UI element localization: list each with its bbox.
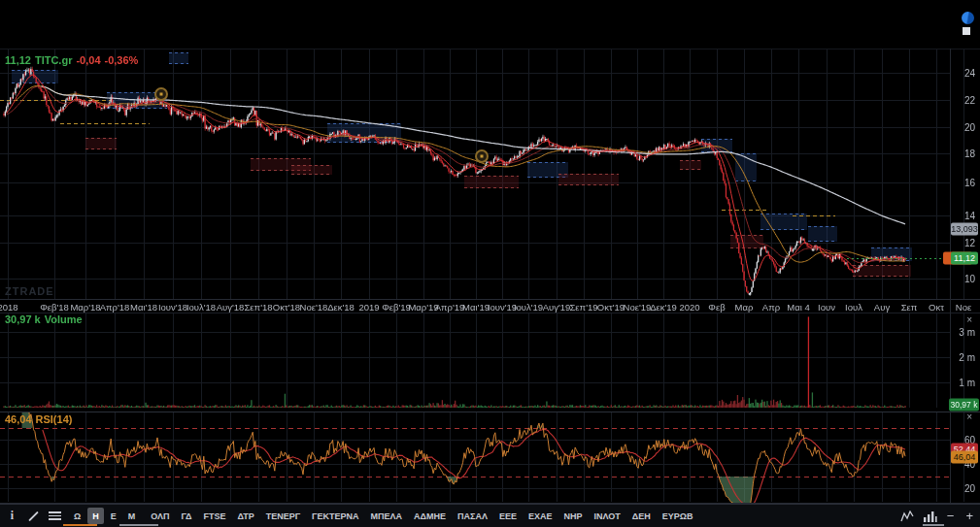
symbol-button[interactable]: ΙΝΛΟΤ — [589, 508, 625, 524]
price-tick: 10 — [964, 274, 975, 284]
active-underline-gray — [119, 524, 158, 526]
volume-tick: 2 m — [959, 352, 975, 363]
time-axis-label: Αυγ'19 — [543, 302, 571, 313]
time-axis-label: Αυγ — [874, 302, 890, 313]
price-tick: 20 — [964, 122, 975, 133]
pencil-icon — [28, 511, 39, 521]
volume-value: 30,97 k — [5, 313, 41, 325]
volume-label: Volume — [45, 313, 83, 325]
time-axis-label: Ιουλ — [845, 302, 862, 313]
rsi-label: RSI(14) — [36, 413, 73, 425]
time-axis-label: 2019 — [358, 302, 379, 313]
time-axis-label: Μαι'19 — [462, 302, 490, 313]
volume-legend: 30,97 kVolume — [5, 313, 86, 325]
symbol-button[interactable]: FTSE — [198, 508, 230, 524]
symbol-button[interactable]: ΟΛΠ — [146, 508, 174, 524]
zoom-out-button[interactable]: − — [944, 509, 958, 523]
time-axis-label: Ιουλ'18 — [186, 302, 216, 313]
line-chart-icon[interactable] — [899, 508, 916, 524]
symbol-button[interactable]: ΓΔ — [177, 508, 197, 524]
timeframe-group: ΩΗΕΜ — [69, 508, 140, 524]
toolbar-right-group: − + — [899, 508, 976, 524]
time-axis-label: Μαρ'18 — [70, 302, 100, 313]
time-axis-label: Δεκ'18 — [327, 302, 355, 313]
price-tick: 18 — [964, 148, 975, 159]
time-axis-label: Μαρ — [735, 302, 754, 313]
time-axis-label: Νοε'18 — [300, 302, 328, 313]
time-axis-label: Απρ'18 — [100, 302, 130, 313]
change-value: -0,04 — [76, 54, 100, 66]
change-percent-value: -0,36% — [105, 54, 139, 66]
symbol-button[interactable]: ΓΕΚΤΕΡΝΑ — [307, 508, 363, 524]
sync-status-icon[interactable] — [962, 12, 974, 24]
rsi-legend: 46,04RSI(14) — [5, 413, 76, 425]
time-axis-label: 2020 — [679, 302, 699, 313]
active-underline-orange — [63, 524, 97, 526]
price-tick: 24 — [964, 68, 975, 79]
toolbar-tools-group: i — [0, 508, 69, 524]
bar-chart-icon[interactable] — [922, 508, 938, 524]
time-axis-label: Οκτ'18 — [273, 302, 300, 313]
time-axis-label: Οκτ'19 — [597, 302, 625, 313]
trading-app-window: 11,12TITC.gr-0,04-0,36% ZTRADE 30,97 kVo… — [0, 0, 980, 527]
time-axis-label: Μαι'18 — [130, 302, 157, 313]
time-axis-label: Απρ — [762, 302, 780, 313]
time-axis-label: Φεβ — [708, 302, 725, 313]
symbol-button[interactable]: ΔΕΗ — [627, 508, 656, 524]
symbol-button[interactable]: ΜΠΕΛΑ — [366, 508, 408, 524]
scroll-top-icon[interactable] — [963, 27, 970, 35]
symbol-label: TITC.gr — [35, 54, 73, 66]
rsi-tick: 20 — [964, 483, 975, 494]
volume-tick: 3 m — [959, 327, 975, 338]
main-chart-legend: 11,12TITC.gr-0,04-0,36% — [5, 54, 142, 66]
time-axis-label: Μαι 4 — [787, 302, 809, 313]
symbol-group: ΟΛΠΓΔFTSEΔΤΡΤΕΝΕΡΓΓΕΚΤΕΡΝΑΜΠΕΛΑΑΔΜΗΕΠΑΣΑ… — [146, 508, 697, 524]
volume-badge: 30,97 k — [949, 399, 979, 412]
rsi-value-badge: 46,04 — [951, 451, 978, 464]
zoom-in-button[interactable]: + — [963, 509, 976, 523]
time-axis-label: Απρ'19 — [435, 302, 465, 313]
symbol-button[interactable]: ΔΤΡ — [232, 508, 258, 524]
symbol-button[interactable]: ΕΕΕ — [494, 508, 522, 524]
symbol-button[interactable]: ΕΧΑΕ — [524, 508, 558, 524]
timeframe-button[interactable]: Η — [87, 508, 104, 524]
time-axis-label: 2018 — [0, 302, 18, 313]
chart-canvas[interactable] — [0, 0, 980, 504]
symbol-button[interactable]: ΝΗΡ — [558, 508, 587, 524]
time-axis-label: Φεβ'19 — [382, 302, 411, 313]
time-axis-label: Δεκ'19 — [650, 302, 677, 313]
price-tick: 14 — [964, 211, 975, 221]
timeframe-button[interactable]: Μ — [123, 508, 141, 524]
timeframe-button[interactable]: Ω — [69, 508, 85, 524]
last-price-badge: 11,12 — [951, 252, 978, 265]
rsi-pane-close-button[interactable]: × — [966, 412, 972, 422]
broker-watermark: ZTRADE — [5, 285, 54, 297]
rsi-value: 46,04 — [5, 413, 32, 425]
symbol-button[interactable]: ΑΔΜΗΕ — [409, 508, 451, 524]
draw-tool-icon[interactable] — [25, 508, 42, 524]
time-axis-label: Νοε — [956, 302, 971, 313]
last-price-value: 11,12 — [5, 54, 31, 66]
time-axis-label: Σεπ'18 — [244, 302, 272, 313]
time-axis-label: Αυγ'18 — [217, 302, 245, 313]
time-axis-label: Ιουν'19 — [488, 302, 517, 313]
volume-pane-close-button[interactable]: × — [966, 315, 972, 325]
time-axis-label: Νοε'19 — [624, 302, 652, 313]
price-tick: 16 — [964, 178, 975, 188]
timeframe-button[interactable]: Ε — [106, 508, 121, 524]
time-axis-label: Ιουλ'19 — [514, 302, 543, 313]
symbol-button[interactable]: ΕΥΡΩΒ — [658, 508, 698, 524]
symbol-button[interactable]: ΠΑΣΑΛ — [453, 508, 492, 524]
active-underline-chart-icon — [923, 524, 944, 526]
list-icon — [49, 511, 61, 520]
time-axis-label: Σεπ'19 — [569, 302, 597, 313]
price-tick: 22 — [964, 95, 975, 106]
ma-long-price-badge: 13,093 — [951, 223, 978, 236]
info-icon[interactable]: i — [4, 508, 20, 524]
time-axis-label: Φεβ'18 — [40, 302, 69, 313]
time-axis-label: Σεπ — [901, 302, 918, 313]
symbol-button[interactable]: ΤΕΝΕΡΓ — [261, 508, 305, 524]
price-tick: 12 — [964, 238, 975, 248]
time-axis-label: Ιουν'18 — [158, 302, 187, 313]
watchlist-icon[interactable] — [47, 508, 63, 524]
